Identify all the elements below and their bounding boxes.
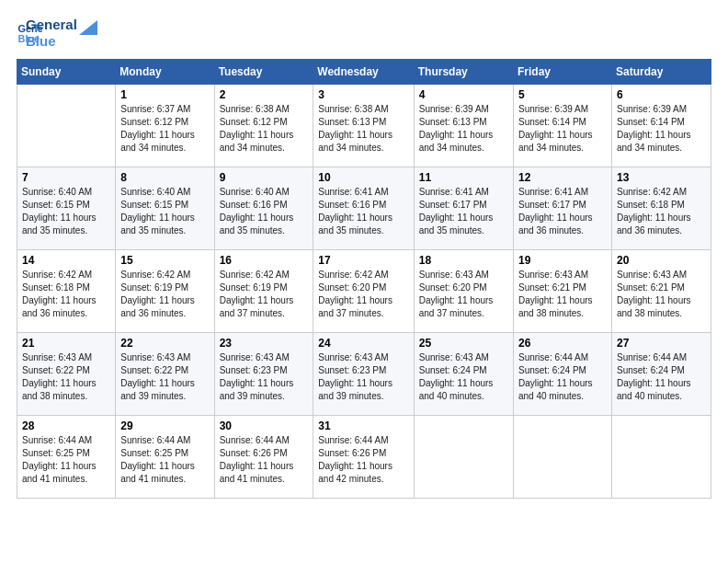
day-info: Sunrise: 6:39 AM Sunset: 6:14 PM Dayligh… (518, 103, 607, 155)
sunset-text: Sunset: 6:16 PM (318, 200, 386, 210)
day-number: 3 (318, 88, 408, 101)
daylight-text: Daylight: 11 hours and 34 minutes. (120, 130, 195, 153)
calendar-cell: 27 Sunrise: 6:44 AM Sunset: 6:24 PM Dayl… (611, 333, 711, 416)
day-info: Sunrise: 6:38 AM Sunset: 6:12 PM Dayligh… (220, 103, 309, 155)
sunrise-text: Sunrise: 6:44 AM (220, 435, 290, 445)
sunrise-text: Sunrise: 6:43 AM (22, 352, 92, 362)
calendar-cell: 22 Sunrise: 6:43 AM Sunset: 6:22 PM Dayl… (116, 333, 214, 416)
calendar-week-row: 14 Sunrise: 6:42 AM Sunset: 6:18 PM Dayl… (17, 250, 711, 333)
day-number: 12 (518, 171, 607, 184)
sunset-text: Sunset: 6:17 PM (518, 200, 586, 210)
sunrise-text: Sunrise: 6:44 AM (518, 352, 588, 362)
daylight-text: Daylight: 11 hours and 36 minutes. (22, 295, 97, 318)
calendar-cell (513, 416, 611, 499)
day-number: 27 (617, 337, 706, 350)
sunset-text: Sunset: 6:19 PM (120, 282, 188, 293)
day-info: Sunrise: 6:42 AM Sunset: 6:19 PM Dayligh… (120, 269, 209, 320)
logo-arrow-icon (77, 18, 97, 39)
day-info: Sunrise: 6:41 AM Sunset: 6:16 PM Dayligh… (318, 186, 408, 237)
day-info: Sunrise: 6:38 AM Sunset: 6:13 PM Dayligh… (318, 103, 408, 155)
daylight-text: Daylight: 11 hours and 40 minutes. (617, 378, 691, 401)
sunset-text: Sunset: 6:22 PM (120, 365, 188, 375)
sunset-text: Sunset: 6:25 PM (22, 448, 90, 458)
day-info: Sunrise: 6:43 AM Sunset: 6:20 PM Dayligh… (419, 269, 508, 320)
calendar-cell: 9 Sunrise: 6:40 AM Sunset: 6:16 PM Dayli… (214, 167, 313, 250)
daylight-text: Daylight: 11 hours and 41 minutes. (120, 461, 195, 484)
day-info: Sunrise: 6:44 AM Sunset: 6:26 PM Dayligh… (220, 434, 309, 486)
daylight-text: Daylight: 11 hours and 39 minutes. (318, 378, 392, 401)
sunset-text: Sunset: 6:24 PM (617, 365, 685, 375)
daylight-text: Daylight: 11 hours and 35 minutes. (419, 213, 494, 236)
day-number: 28 (22, 419, 110, 432)
day-number: 14 (22, 254, 110, 267)
day-number: 10 (318, 171, 408, 184)
calendar-cell: 12 Sunrise: 6:41 AM Sunset: 6:17 PM Dayl… (513, 167, 611, 250)
day-number: 26 (518, 337, 607, 350)
calendar-cell: 29 Sunrise: 6:44 AM Sunset: 6:25 PM Dayl… (116, 416, 214, 499)
weekday-header-saturday: Saturday (611, 60, 711, 85)
sunrise-text: Sunrise: 6:39 AM (617, 104, 687, 114)
sunset-text: Sunset: 6:24 PM (419, 365, 487, 375)
calendar-cell: 28 Sunrise: 6:44 AM Sunset: 6:25 PM Dayl… (17, 416, 116, 499)
page-header: General Blue General Blue (17, 17, 711, 50)
sunset-text: Sunset: 6:23 PM (220, 365, 288, 375)
day-number: 20 (617, 254, 706, 267)
weekday-header-row: SundayMondayTuesdayWednesdayThursdayFrid… (17, 60, 711, 85)
sunrise-text: Sunrise: 6:43 AM (419, 270, 489, 280)
calendar-cell: 25 Sunrise: 6:43 AM Sunset: 6:24 PM Dayl… (414, 333, 513, 416)
calendar-cell (611, 416, 711, 499)
calendar-cell: 2 Sunrise: 6:38 AM Sunset: 6:12 PM Dayli… (214, 85, 313, 167)
daylight-text: Daylight: 11 hours and 36 minutes. (120, 295, 195, 318)
sunrise-text: Sunrise: 6:41 AM (419, 187, 489, 197)
sunset-text: Sunset: 6:15 PM (22, 200, 90, 210)
calendar-cell: 20 Sunrise: 6:43 AM Sunset: 6:21 PM Dayl… (611, 250, 711, 333)
sunset-text: Sunset: 6:23 PM (318, 365, 386, 375)
calendar-cell: 19 Sunrise: 6:43 AM Sunset: 6:21 PM Dayl… (513, 250, 611, 333)
sunrise-text: Sunrise: 6:37 AM (120, 104, 190, 114)
sunrise-text: Sunrise: 6:44 AM (318, 435, 388, 445)
day-info: Sunrise: 6:40 AM Sunset: 6:15 PM Dayligh… (22, 186, 110, 237)
sunset-text: Sunset: 6:20 PM (318, 282, 386, 293)
sunset-text: Sunset: 6:24 PM (518, 365, 586, 375)
sunset-text: Sunset: 6:25 PM (120, 448, 188, 458)
logo: General Blue General Blue (17, 17, 97, 50)
calendar-cell: 4 Sunrise: 6:39 AM Sunset: 6:13 PM Dayli… (414, 85, 513, 167)
daylight-text: Daylight: 11 hours and 40 minutes. (518, 378, 593, 401)
sunset-text: Sunset: 6:14 PM (518, 117, 586, 127)
day-info: Sunrise: 6:42 AM Sunset: 6:18 PM Dayligh… (617, 186, 706, 237)
daylight-text: Daylight: 11 hours and 37 minutes. (220, 295, 294, 318)
day-info: Sunrise: 6:39 AM Sunset: 6:14 PM Dayligh… (617, 103, 706, 155)
sunset-text: Sunset: 6:12 PM (220, 117, 288, 127)
weekday-header-tuesday: Tuesday (214, 60, 313, 85)
sunrise-text: Sunrise: 6:42 AM (617, 187, 687, 197)
sunrise-text: Sunrise: 6:42 AM (22, 270, 92, 280)
day-number: 23 (220, 337, 309, 350)
daylight-text: Daylight: 11 hours and 34 minutes. (419, 130, 494, 153)
sunrise-text: Sunrise: 6:40 AM (22, 187, 92, 197)
sunrise-text: Sunrise: 6:42 AM (120, 270, 190, 280)
sunrise-text: Sunrise: 6:39 AM (419, 104, 489, 114)
daylight-text: Daylight: 11 hours and 34 minutes. (220, 130, 294, 153)
day-number: 21 (22, 337, 110, 350)
day-info: Sunrise: 6:43 AM Sunset: 6:21 PM Dayligh… (518, 269, 607, 320)
day-info: Sunrise: 6:44 AM Sunset: 6:25 PM Dayligh… (120, 434, 209, 486)
calendar-cell: 8 Sunrise: 6:40 AM Sunset: 6:15 PM Dayli… (116, 167, 214, 250)
weekday-header-monday: Monday (116, 60, 214, 85)
day-number: 7 (22, 171, 110, 184)
day-number: 22 (120, 337, 209, 350)
sunrise-text: Sunrise: 6:38 AM (318, 104, 388, 114)
day-number: 5 (518, 88, 607, 101)
day-info: Sunrise: 6:43 AM Sunset: 6:22 PM Dayligh… (22, 351, 110, 403)
calendar-cell: 5 Sunrise: 6:39 AM Sunset: 6:14 PM Dayli… (513, 85, 611, 167)
calendar-week-row: 1 Sunrise: 6:37 AM Sunset: 6:12 PM Dayli… (17, 85, 711, 167)
daylight-text: Daylight: 11 hours and 42 minutes. (318, 461, 392, 484)
day-info: Sunrise: 6:44 AM Sunset: 6:25 PM Dayligh… (22, 434, 110, 486)
daylight-text: Daylight: 11 hours and 35 minutes. (120, 213, 195, 236)
daylight-text: Daylight: 11 hours and 38 minutes. (617, 295, 691, 318)
day-info: Sunrise: 6:41 AM Sunset: 6:17 PM Dayligh… (419, 186, 508, 237)
svg-marker-3 (79, 20, 97, 35)
sunset-text: Sunset: 6:15 PM (120, 200, 188, 210)
daylight-text: Daylight: 11 hours and 36 minutes. (518, 213, 593, 236)
day-number: 29 (120, 419, 209, 432)
day-number: 18 (419, 254, 508, 267)
